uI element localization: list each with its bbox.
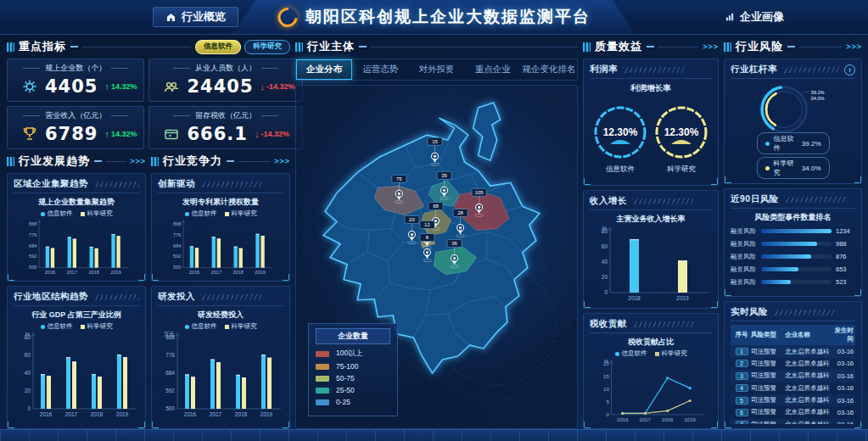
table-row[interactable]: 6司法预警北京启辰卓越科技有限公司03-16 <box>731 406 855 418</box>
time-cell: 03-16 <box>830 397 854 405</box>
badge-science-research[interactable]: 科学研究 <box>244 40 290 54</box>
more-icon[interactable]: >>> <box>274 157 290 165</box>
svg-text:2019: 2019 <box>676 295 689 301</box>
risk-rank-value: 653 <box>836 265 855 273</box>
stat-value: 6789 <box>45 124 98 144</box>
nav-industry-overview[interactable]: 行业概览 <box>153 7 238 27</box>
risk-type-cell: 司法预警 <box>751 408 785 416</box>
table-row[interactable]: 3司法预警北京启辰卓越科技有限公司03-16 <box>731 370 855 382</box>
legend-marker-icon <box>41 212 45 216</box>
panel-title: 近90日风险 <box>731 193 779 205</box>
risk-rank-track <box>761 229 832 233</box>
realtime-risk-table: 序号风险类型企业名称发生时间1司法预警北京启辰卓越科技有限公司03-162司法预… <box>731 325 855 424</box>
tab-3[interactable]: 重点企业 <box>465 59 521 80</box>
tab-2[interactable]: 对外投资 <box>408 59 464 80</box>
table-row[interactable]: 4司法预警北京启辰卓越科技有限公司03-16 <box>731 382 855 394</box>
svg-text:0: 0 <box>606 412 609 417</box>
legend-item: 信息软件 <box>185 322 217 331</box>
stat-label: 留存税收（亿元） <box>156 110 294 121</box>
hatch-decoration <box>93 294 139 300</box>
bar-chart-svg: 5005926847768682016201720182019 <box>159 218 283 276</box>
hatch-decoration <box>632 198 693 204</box>
panel-cluster-trend: 区域企业集聚趋势 规上企业数量集聚趋势信息软件科学研究5005926847768… <box>7 173 146 282</box>
more-icon[interactable]: >>> <box>703 42 719 51</box>
hatch-decoration <box>773 310 834 315</box>
panel-income-growth: 收入增长 主营业务收入增长率%02040608020182019 <box>583 190 719 309</box>
legend-marker-icon <box>655 352 659 356</box>
svg-text:15: 15 <box>432 139 438 144</box>
district-map-panel: 15753510568282012836 企业数量 100以上75-10050-… <box>295 85 578 429</box>
svg-text:80: 80 <box>602 228 608 234</box>
badge-info-software[interactable]: 信息软件 <box>195 40 241 54</box>
table-row[interactable]: 1司法预警北京启辰卓越科技有限公司03-16 <box>731 345 855 357</box>
nav-enterprise-profile[interactable]: 企业画像 <box>712 7 797 27</box>
bar-chart-svg: %02040608020182019 <box>591 225 710 303</box>
map-legend-row: 75-100 <box>316 362 390 371</box>
svg-text:592: 592 <box>29 254 36 259</box>
svg-text:2018: 2018 <box>662 417 674 422</box>
table-row[interactable]: 5司法预警北京启辰卓越科技有限公司03-16 <box>731 394 855 406</box>
section-dash <box>94 160 102 162</box>
map-legend-row: 25-50 <box>316 386 390 394</box>
industry-filter-badges: 信息软件 科学研究 <box>195 40 290 54</box>
map-legend-row: 0-25 <box>316 398 390 406</box>
table-row[interactable]: 7司法预警北京启辰卓越科技有限公司03-16 <box>731 419 855 424</box>
legend-swatch-icon <box>316 388 329 394</box>
risk-rank-value: 988 <box>836 240 855 248</box>
map-legend-title: 企业数量 <box>316 328 390 344</box>
svg-text:2016: 2016 <box>617 417 629 422</box>
svg-text:2017: 2017 <box>211 270 221 275</box>
legend-marker-icon <box>185 325 189 329</box>
tab-0[interactable]: 企业分布 <box>296 59 352 80</box>
row-index: 6 <box>732 409 751 416</box>
svg-text:592: 592 <box>173 254 181 259</box>
chart-legend: 信息软件科学研究 <box>185 322 257 331</box>
section-line <box>658 46 698 47</box>
row-index-badge: 2 <box>736 360 748 367</box>
gauge-svg: 39.2%34.0% <box>731 81 855 132</box>
stat-change: 14.32% <box>111 82 137 91</box>
bar-chart-icon <box>725 12 735 22</box>
panel-title: 税收贡献 <box>590 318 627 330</box>
section-marker-icon <box>7 157 14 166</box>
tab-1[interactable]: 运营态势 <box>352 59 408 80</box>
panel-profit-rate: 利润率 利润增长率12.30%信息软件12.30%科学研究 <box>583 59 719 186</box>
svg-text:2018: 2018 <box>91 411 104 417</box>
chart-leverage-gauge: 39.2%34.0%信息软件39.2%科学研究34.0% <box>731 81 855 179</box>
svg-text:15: 15 <box>603 374 609 379</box>
map-northeast-region[interactable] <box>473 103 501 160</box>
key-indicator-cards: 规上企业数（个） 4405 ↑14.32% 从业人员数（人） <box>7 59 290 149</box>
legend-marker-icon <box>81 325 85 329</box>
svg-text:2019: 2019 <box>110 270 120 275</box>
section-key-indicators: 重点指标 信息软件 科学研究 <box>7 39 290 54</box>
section-marker-icon <box>151 157 159 166</box>
gear-icon <box>21 78 38 95</box>
risk-type-cell: 司法预警 <box>751 371 785 380</box>
more-icon[interactable]: >>> <box>846 42 862 51</box>
more-icon[interactable]: >>> <box>130 157 146 165</box>
svg-text:0: 0 <box>604 289 608 295</box>
time-cell: 03-16 <box>830 421 854 424</box>
svg-text:5: 5 <box>606 399 609 405</box>
people-icon <box>163 78 180 95</box>
tab-4[interactable]: 规企变化排名 <box>521 59 577 80</box>
chart-revenue-growth: 主营业务收入增长率%02040608020182019 <box>590 212 712 304</box>
panel-tax-contribution: 税收贡献 税收贡献占比信息软件科学研究%05101520201620172018… <box>583 313 719 429</box>
legend-marker-icon <box>765 142 770 146</box>
legend-swatch-icon <box>316 376 329 382</box>
chart-tax-contrib: 税收贡献占比信息软件科学研究%051015202016201720182019 <box>590 335 712 424</box>
hatch-decoration <box>632 321 693 327</box>
row-index: 5 <box>732 397 751 405</box>
nav-industry-overview-label: 行业概览 <box>182 9 226 25</box>
floor-grid-decoration <box>0 429 868 441</box>
table-row[interactable]: 2司法预警北京启辰卓越科技有限公司03-16 <box>731 358 855 370</box>
svg-text:868: 868 <box>173 221 181 226</box>
risk-rank-bar <box>761 242 817 246</box>
section-industry-body: 行业主体 <box>295 39 578 54</box>
legend-item: 科学研究 <box>225 209 257 218</box>
stat-value: 666.1 <box>187 124 247 144</box>
panel-region-structure: 行业地区结构趋势 行业 GDP 占第三产业比例信息软件科学研究%02040608… <box>7 286 146 429</box>
stat-value: 4405 <box>45 76 98 97</box>
info-icon[interactable]: i <box>844 64 855 75</box>
section-industry-competitive: 行业竞争力 >>> <box>151 154 290 169</box>
